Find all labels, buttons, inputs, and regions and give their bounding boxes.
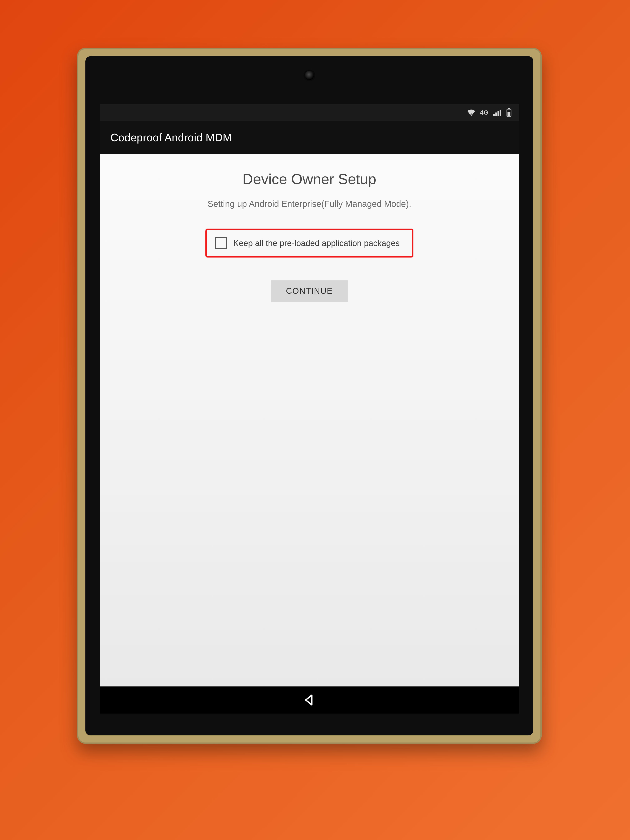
svg-rect-1 — [493, 114, 495, 116]
app-bar-title: Codeproof Android MDM — [111, 131, 232, 144]
app-bar: Codeproof Android MDM — [100, 121, 519, 154]
svg-rect-4 — [500, 110, 501, 116]
cellular-signal-icon — [493, 109, 502, 116]
page-title: Device Owner Setup — [243, 171, 376, 188]
tablet-bezel: 4G — [85, 56, 533, 736]
back-icon[interactable] — [302, 693, 317, 707]
continue-button[interactable]: CONTINUE — [271, 280, 348, 301]
front-camera — [305, 71, 314, 80]
screen: 4G — [100, 104, 519, 687]
content-area: Device Owner Setup Setting up Android En… — [100, 154, 519, 687]
page-subtitle: Setting up Android Enterprise(Fully Mana… — [207, 199, 411, 209]
svg-rect-3 — [497, 111, 499, 116]
status-bar: 4G — [100, 104, 519, 121]
svg-point-0 — [471, 113, 472, 115]
keep-preloaded-label[interactable]: Keep all the pre-loaded application pack… — [233, 238, 399, 248]
network-type-label: 4G — [480, 109, 489, 116]
tablet-shell: 4G — [77, 48, 542, 744]
battery-icon — [506, 108, 512, 117]
svg-rect-7 — [507, 112, 510, 116]
navigation-bar — [100, 687, 519, 714]
keep-preloaded-checkbox[interactable] — [215, 237, 227, 249]
wifi-icon — [467, 109, 475, 116]
svg-rect-2 — [496, 112, 497, 116]
annotation-highlight: Keep all the pre-loaded application pack… — [205, 229, 413, 257]
photo-scene: 4G — [0, 0, 630, 840]
